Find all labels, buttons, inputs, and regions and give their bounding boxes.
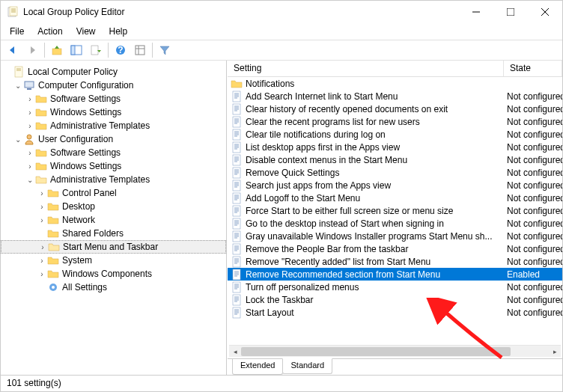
svg-point-23 — [27, 135, 31, 139]
chevron-down-icon[interactable]: ⌄ — [25, 176, 35, 184]
setting-row[interactable]: Search just apps from the Apps viewNot c… — [228, 179, 562, 192]
chevron-down-icon[interactable]: ⌄ — [13, 135, 23, 144]
setting-row[interactable]: Add Search Internet link to Start MenuNo… — [228, 90, 562, 102]
setting-row[interactable]: Remove Quick SettingsNot configured — [228, 166, 562, 179]
back-button[interactable] — [4, 41, 22, 59]
tree-uc-windows[interactable]: ›Windows Settings — [1, 159, 226, 173]
menu-help[interactable]: Help — [103, 25, 134, 38]
menu-action[interactable]: Action — [31, 25, 68, 38]
tree-network[interactable]: ›Network — [1, 213, 226, 227]
properties-button[interactable] — [131, 41, 149, 59]
up-button[interactable] — [48, 41, 66, 59]
list-pane: Setting State NotificationsAdd Search In… — [227, 61, 562, 375]
maximize-button[interactable] — [493, 1, 528, 23]
tree-label: Administrative Templates — [50, 120, 154, 131]
setting-row[interactable]: Lock the TaskbarNot configured — [228, 293, 562, 306]
minimize-button[interactable] — [459, 1, 493, 23]
tree-all-settings[interactable]: All Settings — [1, 281, 226, 294]
chevron-right-icon[interactable]: › — [25, 122, 35, 130]
setting-row[interactable]: Remove Recommended section from Start Me… — [228, 268, 562, 281]
setting-row[interactable]: Go to the desktop instead of Start when … — [228, 217, 562, 230]
chevron-right-icon[interactable]: › — [25, 162, 35, 171]
chevron-right-icon[interactable]: › — [37, 243, 48, 251]
chevron-right-icon[interactable]: › — [25, 149, 35, 157]
scroll-left-icon[interactable]: ◂ — [229, 346, 241, 357]
svg-text:?: ? — [118, 45, 123, 55]
setting-state: Not configured — [504, 244, 562, 254]
setting-name: Turn off personalized menus — [246, 282, 504, 293]
tree-pane[interactable]: Local Computer Policy ⌄ Computer Configu… — [1, 61, 227, 375]
tree-uc-admin[interactable]: ⌄Administrative Templates — [1, 173, 226, 186]
setting-name: Remove Recommended section from Start Me… — [246, 269, 504, 280]
scroll-thumb[interactable] — [241, 347, 511, 356]
setting-row[interactable]: Clear history of recently opened documen… — [228, 102, 562, 115]
chevron-right-icon[interactable]: › — [37, 216, 47, 224]
column-setting[interactable]: Setting — [228, 61, 504, 76]
forward-button[interactable] — [23, 41, 41, 59]
setting-row[interactable]: Force Start to be either full screen siz… — [228, 204, 562, 217]
setting-row[interactable]: Clear the recent programs list for new u… — [228, 115, 562, 128]
setting-row[interactable]: Disable context menus in the Start MenuN… — [228, 153, 562, 166]
export-list-button[interactable] — [87, 41, 105, 59]
folder-icon — [35, 160, 47, 172]
menu-view[interactable]: View — [70, 25, 102, 38]
tree-cc-windows[interactable]: ›Windows Settings — [1, 105, 226, 119]
setting-row[interactable]: Gray unavailable Windows Installer progr… — [228, 230, 562, 242]
setting-row[interactable]: Remove the People Bar from the taskbarNo… — [228, 242, 562, 255]
tree-shared-folders[interactable]: Shared Folders — [1, 227, 226, 240]
setting-row[interactable]: Turn off personalized menusNot configure… — [228, 281, 562, 293]
tree-desktop[interactable]: ›Desktop — [1, 200, 226, 213]
folder-icon — [47, 187, 59, 199]
tree-start-menu-taskbar[interactable]: ›Start Menu and Taskbar — [1, 240, 226, 254]
show-hide-tree-button[interactable] — [67, 41, 85, 59]
setting-state: Not configured — [504, 218, 562, 229]
setting-row[interactable]: Notifications — [228, 77, 562, 90]
setting-row[interactable]: Add Logoff to the Start MenuNot configur… — [228, 192, 562, 204]
tree-computer-config[interactable]: ⌄ Computer Configuration — [1, 79, 226, 92]
chevron-right-icon[interactable]: › — [25, 108, 35, 117]
tab-standard[interactable]: Standard — [282, 358, 332, 374]
close-button[interactable] — [528, 1, 562, 23]
tree-label: Shared Folders — [62, 228, 128, 239]
horizontal-scrollbar[interactable]: ◂ ▸ — [229, 345, 561, 357]
setting-name: Clear history of recently opened documen… — [246, 104, 504, 114]
tree-system[interactable]: ›System — [1, 254, 226, 267]
chevron-down-icon[interactable]: ⌄ — [13, 82, 23, 90]
tree-label: All Settings — [62, 282, 112, 293]
chevron-right-icon[interactable]: › — [25, 95, 35, 103]
tree-cc-software[interactable]: ›Software Settings — [1, 92, 226, 105]
menu-file[interactable]: File — [4, 25, 30, 38]
tree-uc-software[interactable]: ›Software Settings — [1, 146, 226, 159]
tree-control-panel[interactable]: ›Control Panel — [1, 186, 226, 200]
svg-rect-12 — [91, 46, 98, 55]
setting-state: Not configured — [504, 307, 562, 318]
column-state[interactable]: State — [504, 61, 562, 76]
chevron-right-icon[interactable]: › — [37, 257, 47, 265]
svg-rect-1 — [10, 7, 17, 16]
svg-rect-21 — [25, 82, 34, 88]
tree-cc-admin[interactable]: ›Administrative Templates — [1, 119, 226, 132]
setting-row[interactable]: Clear tile notifications during log onNo… — [228, 128, 562, 141]
setting-name: Remove "Recently added" list from Start … — [246, 257, 504, 267]
setting-row[interactable]: Start LayoutNot configured — [228, 306, 562, 319]
setting-state: Not configured — [504, 104, 562, 114]
list-body[interactable]: NotificationsAdd Search Internet link to… — [228, 77, 562, 345]
setting-row[interactable]: List desktop apps first in the Apps view… — [228, 141, 562, 153]
chevron-right-icon[interactable]: › — [37, 270, 47, 278]
tree-label: System — [62, 255, 97, 266]
chevron-right-icon[interactable]: › — [37, 189, 47, 197]
setting-row[interactable]: Remove "Recently added" list from Start … — [228, 255, 562, 268]
svg-rect-18 — [15, 67, 22, 77]
tree-user-config[interactable]: ⌄ User Configuration — [1, 132, 226, 146]
chevron-right-icon[interactable]: › — [37, 203, 47, 211]
filter-button[interactable] — [156, 41, 174, 59]
tree-root[interactable]: Local Computer Policy — [1, 65, 226, 79]
scroll-right-icon[interactable]: ▸ — [549, 346, 561, 357]
help-button[interactable]: ? — [112, 41, 130, 59]
tree-windows-components[interactable]: ›Windows Components — [1, 267, 226, 281]
view-tabs: Extended Standard — [228, 358, 562, 375]
tree-label: Windows Components — [62, 269, 156, 279]
tab-extended[interactable]: Extended — [232, 359, 283, 375]
tree-label: User Configuration — [38, 134, 118, 144]
svg-rect-11 — [71, 46, 75, 55]
